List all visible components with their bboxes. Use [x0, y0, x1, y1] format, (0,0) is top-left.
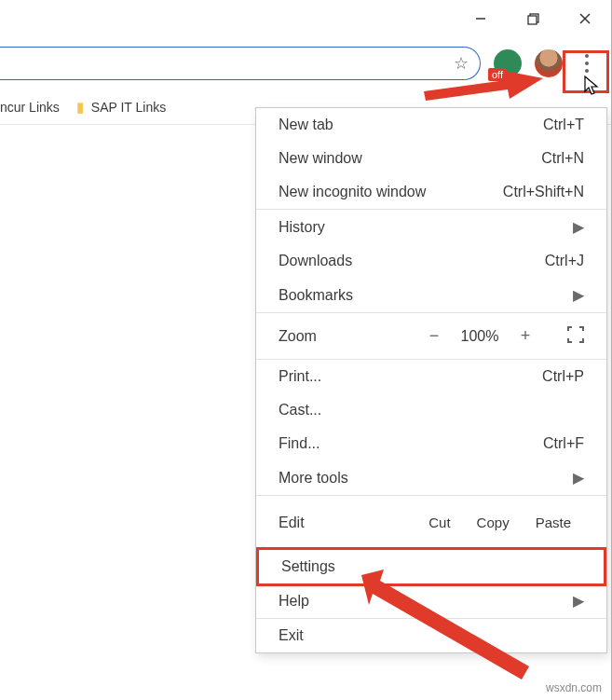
zoom-in-button[interactable]: + — [506, 326, 545, 346]
menu-item-settings[interactable]: Settings — [259, 550, 604, 583]
bookmark-label: SAP IT Links — [91, 100, 166, 115]
extension-icon[interactable] — [494, 49, 522, 77]
bookmark-item[interactable]: ncur Links — [0, 100, 60, 115]
chrome-menu: New tab Ctrl+T New window Ctrl+N New inc… — [255, 107, 607, 653]
menu-item-print[interactable]: Print... Ctrl+P — [256, 360, 606, 393]
chrome-menu-button[interactable] — [568, 45, 605, 82]
svg-rect-2 — [528, 16, 537, 24]
bookmark-star-icon[interactable]: ☆ — [454, 53, 469, 74]
address-bar[interactable]: ☆ — [0, 47, 481, 80]
menu-item-bookmarks[interactable]: Bookmarks ▶ — [256, 278, 606, 312]
menu-item-new-window[interactable]: New window Ctrl+N — [256, 142, 606, 175]
window-titlebar — [0, 0, 611, 37]
bookmark-label: ncur Links — [0, 100, 60, 115]
edit-paste-button[interactable]: Paste — [523, 509, 584, 536]
annotation-highlight-settings: Settings — [256, 547, 606, 586]
chevron-right-icon: ▶ — [573, 592, 584, 610]
menu-item-new-tab[interactable]: New tab Ctrl+T — [256, 108, 606, 142]
kebab-icon — [585, 54, 589, 73]
chevron-right-icon: ▶ — [573, 218, 584, 236]
menu-item-downloads[interactable]: Downloads Ctrl+J — [256, 244, 606, 278]
chevron-right-icon: ▶ — [573, 286, 584, 304]
zoom-value: 100% — [454, 328, 506, 345]
menu-item-zoom: Zoom − 100% + — [256, 313, 606, 359]
menu-item-exit[interactable]: Exit — [256, 619, 606, 652]
menu-item-new-incognito[interactable]: New incognito window Ctrl+Shift+N — [256, 175, 606, 209]
menu-item-cast[interactable]: Cast... — [256, 393, 606, 427]
minimize-button[interactable] — [459, 0, 502, 37]
fullscreen-button[interactable] — [567, 326, 584, 346]
menu-item-find[interactable]: Find... Ctrl+F — [256, 427, 606, 460]
edit-cut-button[interactable]: Cut — [415, 509, 463, 536]
chevron-right-icon: ▶ — [573, 469, 584, 487]
bookmark-item[interactable]: ▮ SAP IT Links — [76, 99, 166, 116]
menu-item-help[interactable]: Help ▶ — [256, 583, 606, 618]
maximize-button[interactable] — [511, 0, 554, 37]
menu-item-edit: Edit Cut Copy Paste — [256, 496, 606, 549]
close-button[interactable] — [564, 0, 606, 37]
menu-item-more-tools[interactable]: More tools ▶ — [256, 460, 606, 495]
folder-icon: ▮ — [76, 99, 84, 116]
zoom-out-button[interactable]: − — [415, 326, 454, 346]
edit-copy-button[interactable]: Copy — [464, 509, 523, 536]
menu-item-history[interactable]: History ▶ — [256, 210, 606, 244]
watermark: wsxdn.com — [546, 681, 602, 694]
toolbar: ☆ — [0, 37, 611, 89]
profile-avatar[interactable] — [535, 49, 563, 77]
